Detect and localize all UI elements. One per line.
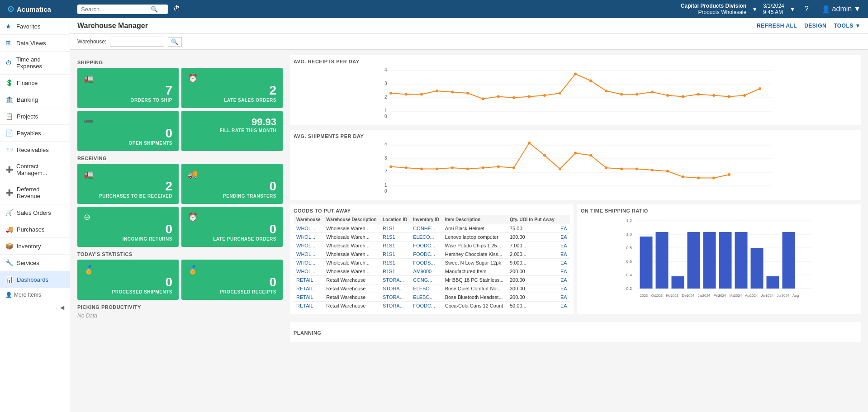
sidebar-item-purchases[interactable]: 🚚 Purchases [0,221,70,238]
right-column: AVG. RECEIPTS PER DAY 4 3 2 1 0 [290,55,861,346]
cell-loc-id: R1S1 [380,224,410,233]
svg-text:0.2: 0.2 [626,286,632,291]
cell-loc-id: R1S1 [380,267,410,276]
sidebar-item-receivables[interactable]: 📨 Receivables [0,142,70,158]
minus-circle-icon: ➖ [84,116,172,126]
cell-qty: 100.00 [507,233,558,242]
warehouse-filter-input[interactable] [110,37,164,47]
orders-to-ship-tile[interactable]: 🚛 7 ORDERS TO SHIP [77,68,179,108]
cell-loc-id: R1S1 [380,250,410,259]
sidebar-item-favorites[interactable]: ★ Favorites [0,18,70,35]
cell-inv-id: ELEBO... [410,293,442,302]
bar-feb [703,232,716,289]
table-row: WHOL... Wholesale Wareh... R1S1 AM9000 M… [294,267,570,276]
goods-table-title: GOODS TO PUT AWAY [294,208,570,213]
svg-point-23 [605,90,607,92]
table-row: WHOL... Wholesale Wareh... R1S1 CONHE...… [294,224,570,233]
sidebar-item-projects[interactable]: 📋 Projects [0,108,70,125]
table-row: RETAIL Retail Warehouse STORA... ELEBO..… [294,293,570,302]
fill-rate-tile[interactable]: 99.93 FILL RATE THIS MONTH [181,111,283,151]
cell-qty: 2,000... [507,250,558,259]
svg-text:1: 1 [384,183,387,188]
sidebar-item-data-views[interactable]: ⊞ Data Views [0,35,70,52]
bar-oct [640,237,653,289]
svg-text:1.2: 1.2 [626,218,632,223]
history-button[interactable]: ⏱ [171,3,182,15]
cell-uoi: EA [558,242,570,250]
svg-point-22 [589,80,592,82]
tools-button[interactable]: TOOLS ▼ [834,23,861,29]
design-button[interactable]: DESIGN [804,23,826,29]
sidebar-item-finance[interactable]: 💲 Finance [0,75,70,91]
sidebar-item-label: Data Views [16,40,46,47]
open-shipments-tile[interactable]: ➖ 0 OPEN SHIPMENTS [77,111,179,151]
cell-item-desc: Lenovo laptop computer [442,233,507,242]
bar-nov [656,232,669,289]
on-time-shipping-title: ON TIME SHIPPING RATIO [581,208,857,213]
sidebar-item-deferred-revenue[interactable]: ➕ Deferred Revenue [0,181,70,204]
col-item-desc: Item Description [442,215,507,224]
sidebar-item-time-expenses[interactable]: ⏱ Time and Expenses [0,52,70,75]
cell-inv-id: FOODS... [410,259,442,267]
cell-warehouse: WHOL... [294,267,323,276]
warehouse-search-button[interactable]: 🔍 [168,37,182,47]
sidebar-item-banking[interactable]: 🏦 Banking [0,91,70,108]
cell-uoi: EA [558,267,570,276]
cell-warehouse: WHOL... [294,250,323,259]
late-sales-orders-tile[interactable]: ⏰ 2 LATE SALES ORDERS [181,68,283,108]
purchases-receive-value: 2 [84,179,172,194]
cell-item-desc: Hershey Chocolate Kiss... [442,250,507,259]
bar-jul [767,276,779,289]
sidebar-item-label: Banking [17,96,38,103]
incoming-returns-tile[interactable]: ⊖ 0 INCOMING RETURNS [77,207,179,247]
sidebar-more-items[interactable]: 👤 More Items [0,288,70,302]
late-sales-value: 2 [188,83,276,98]
processed-receipts-tile[interactable]: 🏅 0 PROCESSED RECEIPTS [181,260,283,300]
sidebar-item-inventory[interactable]: 📦 Inventory [0,238,70,255]
picking-no-data: No Data [77,313,283,319]
sidebar-toggle[interactable]: ... ◀ [0,302,70,313]
processed-receipts-value: 0 [188,275,276,289]
cell-qty: 50,00... [507,302,558,310]
cell-item-desc: Coca-Cola Cans 12 Count [442,302,507,310]
sidebar-item-label: Favorites [16,23,40,30]
cell-warehouse: RETAIL [294,293,323,302]
sales-icon: 🛒 [5,209,13,216]
cell-item-desc: Wise Potato Chips 1.25... [442,242,507,250]
table-row: RETAIL Retail Warehouse STORA... CONG...… [294,276,570,284]
processed-shipments-tile[interactable]: 🏅 0 PROCESSED SHIPMENTS [77,260,179,300]
company-info[interactable]: Capital Products Division Products Whole… [681,3,746,15]
cell-warehouse: RETAIL [294,284,323,293]
purchases-to-receive-tile[interactable]: 🚛 2 PURCHASES TO BE RECEIVED [77,164,179,204]
svg-point-28 [682,95,684,98]
help-button[interactable]: ? [801,3,812,15]
sidebar-item-contract-mgmt[interactable]: ➕ Contract Managem... [0,158,70,181]
sidebar-item-services[interactable]: 🔧 Services [0,255,70,271]
late-purchase-orders-tile[interactable]: ⏰ 0 LATE PURCHASE ORDERS [181,207,283,247]
open-shipments-value: 0 [84,126,172,141]
svg-text:0.6: 0.6 [626,259,632,264]
cell-uoi: EA [558,259,570,267]
cell-item-desc: Manufactured Item [442,267,507,276]
col-inv-id: Inventory ID [410,215,442,224]
pending-transfers-tile[interactable]: 🚚 0 PENDING TRANSFERS [181,164,283,204]
svg-point-11 [420,93,423,96]
user-button[interactable]: 👤 admin ▼ [818,3,864,15]
svg-point-50 [497,166,500,168]
cell-loc-id: STORA... [380,293,410,302]
refresh-all-button[interactable]: REFRESH ALL [757,23,797,29]
user-name: admin [832,5,852,13]
bank-icon: 🏦 [5,96,13,103]
stats-section-label: TODAY'S STATISTICS [77,251,283,257]
sidebar-item-label: Payables [17,130,41,137]
sidebar-item-sales-orders[interactable]: 🛒 Sales Orders [0,204,70,221]
logo-area: ⊙ Acumatica [4,4,74,14]
cell-qty: 200.00 [507,276,558,284]
sidebar-item-payables[interactable]: 📄 Payables [0,125,70,142]
search-input[interactable] [81,6,149,13]
sidebar-item-label: Contract Managem... [16,163,64,176]
inventory-icon: 📦 [5,242,13,250]
dashboards-icon: 📊 [5,276,13,283]
topbar: ⊙ Acumatica 🔍 ⏱ Capital Products Divisio… [0,0,868,18]
sidebar-item-dashboards[interactable]: 📊 Dashboards [0,271,70,288]
